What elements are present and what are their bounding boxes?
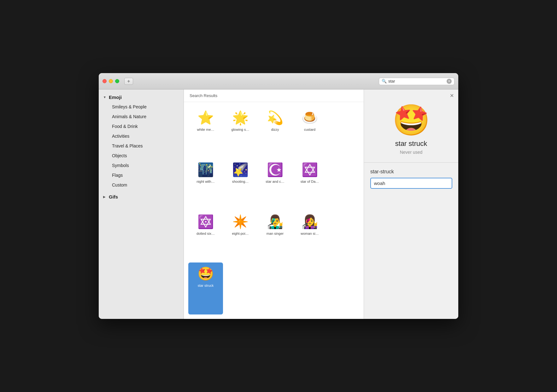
emoji-label-star-struck: star struck (198, 284, 214, 287)
sidebar-item-travel-places[interactable]: Travel & Places (101, 141, 182, 151)
emoji-cell-glowing-star[interactable]: 🌟 glowing s… (223, 107, 258, 159)
emoji-cell-custard[interactable]: 🍮 custard (292, 107, 327, 159)
sidebar-item-smileys-people[interactable]: Smileys & People (101, 102, 182, 112)
emoji-section-header[interactable]: ▼ Emoji (99, 93, 184, 102)
gifs-section-title: Gifs (109, 194, 118, 199)
emoji-label-woman-singer: woman si… (301, 232, 319, 235)
emoji-icon-star-struck: 🤩 (197, 266, 214, 282)
emoji-icon-dizzy: 💫 (267, 110, 283, 126)
emoji-label-glowing-star: glowing s… (232, 128, 249, 131)
sidebar-item-animals-nature[interactable]: Animals & Nature (101, 112, 182, 121)
emoji-section-title: Emoji (109, 95, 122, 100)
emoji-label-dizzy: dizzy (271, 128, 279, 131)
emoji-icon-shooting-star: 🌠 (232, 162, 249, 178)
gifs-expand-triangle: ▶ (103, 195, 107, 199)
emoji-cell-star-and-crescent[interactable]: ☪️ star and c… (258, 159, 292, 210)
search-input[interactable] (388, 79, 447, 84)
emoji-cell-eight-pointed-star[interactable]: ✴️ eight-poi… (223, 210, 258, 262)
main-window: + 🔍 ✕ ▼ Emoji Smileys & People Animals &… (99, 73, 458, 319)
right-panel: ✕ 🤩 star struck Never used star-struck (364, 89, 458, 319)
sidebar-item-food-drink[interactable]: Food & Drink (101, 122, 182, 131)
emoji-icon-woman-singer: 👩‍🎤 (302, 214, 318, 230)
minimize-button[interactable] (109, 79, 113, 83)
emoji-icon-white-medium-star: ⭐ (197, 110, 214, 126)
shortcut-label: star-struck (364, 169, 394, 175)
emoji-icon-star-and-crescent: ☪️ (267, 162, 283, 178)
emoji-cell-shooting-star[interactable]: 🌠 shooting… (223, 159, 258, 210)
sidebar: ▼ Emoji Smileys & People Animals & Natur… (99, 89, 184, 319)
preview-emoji: 🤩 (392, 105, 430, 135)
shortcut-input[interactable] (370, 178, 452, 189)
emoji-label-white-medium-star: white me… (197, 128, 214, 131)
right-panel-close-button[interactable]: ✕ (445, 89, 458, 102)
emoji-label-night-with-stars: night with… (196, 180, 214, 183)
emoji-icon-eight-pointed-star: ✴️ (232, 214, 249, 230)
emoji-icon-glowing-star: 🌟 (232, 110, 249, 126)
emoji-icon-star-of-david: ✡️ (302, 162, 318, 178)
close-button[interactable] (103, 79, 107, 83)
emoji-icon-man-singer: 👨‍🎤 (267, 214, 283, 230)
divider (364, 162, 458, 163)
emoji-label-star-of-david: star of Da… (301, 180, 319, 183)
emoji-grid: ⭐ white me… 🌟 glowing s… 💫 dizzy 🍮 custa… (184, 102, 364, 319)
emoji-icon-night-with-stars: 🌃 (197, 162, 214, 178)
emoji-cell-woman-singer[interactable]: 👩‍🎤 woman si… (292, 210, 327, 262)
emoji-cell-man-singer[interactable]: 👨‍🎤 man singer (258, 210, 292, 262)
sidebar-item-flags[interactable]: Flags (101, 170, 182, 180)
emoji-label-shooting-star: shooting… (232, 180, 249, 183)
content-area: ▼ Emoji Smileys & People Animals & Natur… (99, 89, 458, 319)
new-tab-button[interactable]: + (124, 78, 133, 85)
preview-name: star struck (395, 140, 427, 148)
maximize-button[interactable] (115, 79, 119, 83)
emoji-cell-star-of-david[interactable]: ✡️ star of Da… (292, 159, 327, 210)
search-results-header: Search Results (184, 89, 364, 102)
sidebar-item-custom[interactable]: Custom (101, 180, 182, 190)
emoji-cell-dotted-six-star[interactable]: 🔯 dotted six… (188, 210, 223, 262)
emoji-cell-star-struck[interactable]: 🤩 star struck (188, 262, 223, 314)
search-icon: 🔍 (382, 79, 387, 84)
emoji-label-custard: custard (304, 128, 315, 131)
emoji-cell-night-with-stars[interactable]: 🌃 night with… (188, 159, 223, 210)
titlebar: + 🔍 ✕ (99, 73, 458, 89)
emoji-icon-custard: 🍮 (302, 110, 318, 126)
gifs-section-header[interactable]: ▶ Gifs (99, 192, 184, 201)
emoji-cell-dizzy[interactable]: 💫 dizzy (258, 107, 292, 159)
emoji-label-dotted-six-star: dotted six… (196, 232, 215, 235)
sidebar-item-symbols[interactable]: Symbols (101, 161, 182, 170)
traffic-lights (103, 79, 119, 83)
emoji-cell-white-medium-star[interactable]: ⭐ white me… (188, 107, 223, 159)
emoji-label-star-and-crescent: star and c… (266, 180, 284, 183)
preview-usage: Never used (400, 150, 423, 155)
search-bar: 🔍 ✕ (379, 78, 454, 85)
emoji-icon-dotted-six-star: 🔯 (197, 214, 214, 230)
sidebar-item-objects[interactable]: Objects (101, 151, 182, 160)
sidebar-item-activities[interactable]: Activities (101, 131, 182, 141)
emoji-label-eight-pointed-star: eight-poi… (232, 232, 249, 235)
main-panel: Search Results ⭐ white me… 🌟 glowing s… … (184, 89, 364, 319)
search-clear-button[interactable]: ✕ (447, 79, 452, 84)
emoji-expand-triangle: ▼ (103, 95, 107, 99)
emoji-label-man-singer: man singer (267, 232, 284, 235)
